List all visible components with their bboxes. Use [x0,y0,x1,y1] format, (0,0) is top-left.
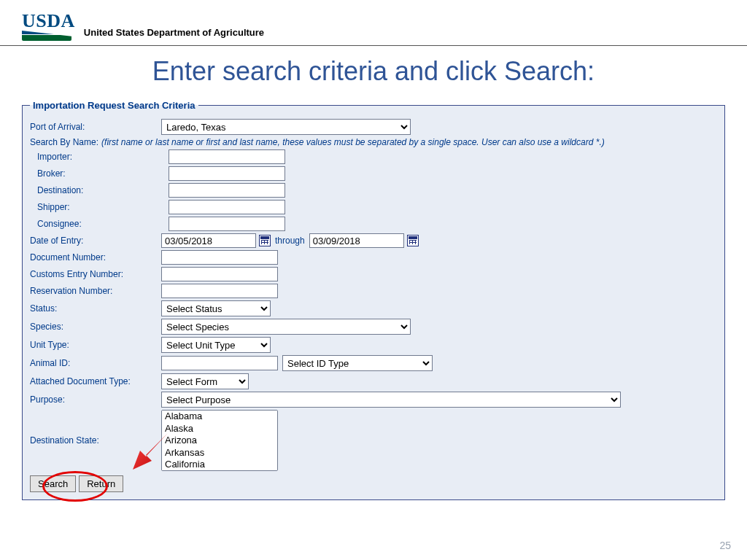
return-button[interactable]: Return [79,475,123,492]
calendar-icon[interactable] [407,235,419,246]
shipper-input[interactable] [169,200,285,214]
document-number-input[interactable] [161,250,278,265]
label-port: Port of Arrival: [30,122,161,132]
date-from-input[interactable] [161,233,256,248]
search-criteria-fieldset: Importation Request Search Criteria Port… [22,100,725,500]
usda-logo-swoosh-icon [22,31,71,41]
label-unit-type: Unit Type: [30,340,161,350]
date-to-input[interactable] [309,233,404,248]
state-option[interactable]: Alaska [163,423,276,435]
species-select[interactable]: Select Species [161,319,411,335]
importer-input[interactable] [169,149,285,164]
consignee-input[interactable] [169,217,285,231]
label-customs: Customs Entry Number: [30,269,161,279]
label-broker: Broker: [30,168,169,179]
destination-input[interactable] [169,183,285,198]
label-consignee: Consignee: [30,219,169,229]
label-species: Species: [30,322,161,332]
fieldset-legend: Importation Request Search Criteria [30,100,198,111]
state-option[interactable]: Alabama [163,411,276,423]
label-purpose: Purpose: [30,394,161,405]
state-option[interactable]: Arkansas [163,447,276,459]
purpose-select[interactable]: Select Purpose [161,392,621,408]
id-type-select[interactable]: Select ID Type [282,355,433,371]
label-importer: Importer: [30,152,169,162]
label-reservation: Reservation Number: [30,286,161,296]
label-animal-id: Animal ID: [30,358,161,368]
usda-logo: USDA [22,10,75,41]
reservation-number-input[interactable] [161,284,278,298]
calendar-icon[interactable] [259,235,271,246]
label-attached-doc: Attached Document Type: [30,376,161,386]
usda-logo-text: USDA [22,10,75,32]
label-dest-state: Destination State: [30,435,161,446]
label-status: Status: [30,303,161,314]
broker-input[interactable] [169,166,285,181]
state-option[interactable]: California [163,459,276,471]
label-shipper: Shipper: [30,202,169,212]
label-doc-number: Document Number: [30,252,161,262]
site-header: USDA United States Department of Agricul… [0,7,747,46]
search-button[interactable]: Search [30,475,76,492]
animal-id-input[interactable] [161,356,278,370]
attached-doc-select[interactable]: Select Form [161,373,249,389]
search-hint: (first name or last name or first and la… [101,137,605,147]
through-label: through [275,236,305,246]
port-of-arrival-select[interactable]: Laredo, Texas [161,119,411,135]
slide-title: Enter search criteria and click Search: [0,56,747,87]
label-destination: Destination: [30,185,169,195]
department-name: United States Department of Agriculture [84,27,264,41]
unit-type-select[interactable]: Select Unit Type [161,337,271,353]
destination-state-list[interactable]: AlabamaAlaskaArizonaArkansasCalifornia [161,410,278,471]
label-search-by-name: Search By Name: [30,137,98,147]
state-option[interactable]: Arizona [163,435,276,447]
label-date-of-entry: Date of Entry: [30,236,161,246]
status-select[interactable]: Select Status [161,300,271,316]
page-number: 25 [719,540,731,551]
customs-entry-input[interactable] [161,267,278,281]
